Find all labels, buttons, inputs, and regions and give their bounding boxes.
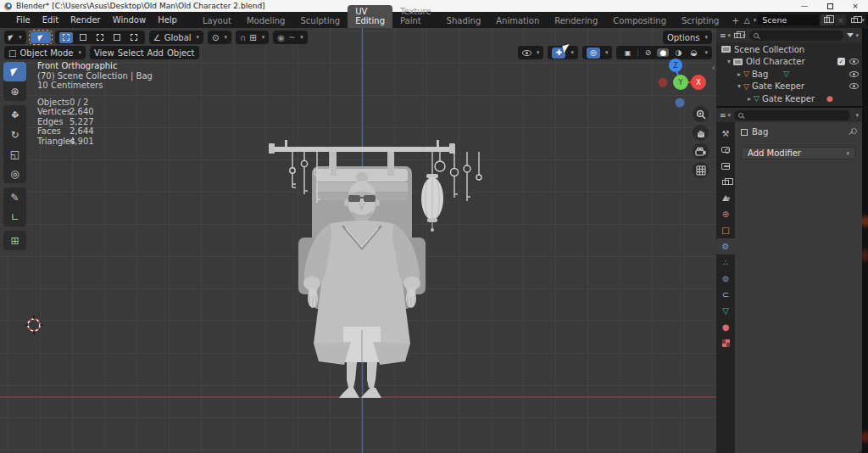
character-model: [269, 140, 481, 398]
sidebar-toggle[interactable]: ‹: [712, 62, 715, 73]
tab-sculpting[interactable]: Sculpting: [292, 14, 348, 28]
disclosure-closed-icon[interactable]: ▸: [735, 70, 743, 78]
menu-help[interactable]: Help: [152, 12, 183, 28]
tool-measure[interactable]: ∟: [3, 207, 26, 226]
shading-wireframe-button[interactable]: ⊘: [642, 48, 654, 57]
outliner-search-input[interactable]: [749, 31, 844, 41]
tab-render[interactable]: [716, 142, 735, 158]
tab-view-layer[interactable]: [716, 174, 735, 190]
outliner: ≡▾ ▾ ▾ Scene Collection ▾ Old Character …: [716, 28, 862, 106]
properties-search-input[interactable]: [734, 110, 850, 120]
options-dropdown[interactable]: Options ▾: [663, 31, 712, 44]
select-mode-intersect[interactable]: [127, 32, 141, 43]
tab-object-data[interactable]: ▽: [716, 303, 735, 319]
tab-world[interactable]: ⊕: [716, 206, 735, 222]
menu-render[interactable]: Render: [64, 12, 107, 28]
hide-toggle[interactable]: [849, 83, 859, 89]
tab-animation[interactable]: Animation: [488, 14, 547, 28]
disclosure-open-icon[interactable]: ▾: [735, 82, 743, 90]
properties-options-dropdown[interactable]: ▾: [855, 112, 859, 119]
proportional-editing-controls[interactable]: ◉ ~ ▾: [273, 31, 308, 44]
camera-view-button[interactable]: [693, 143, 709, 159]
tab-output[interactable]: [716, 158, 735, 174]
add-modifier-dropdown[interactable]: Add Modifier ▾: [741, 147, 856, 159]
tool-add-cube[interactable]: ⊞: [3, 231, 26, 250]
transform-orientation-dropdown[interactable]: ∠ Global ▾: [149, 31, 203, 44]
close-button[interactable]: ×: [843, 0, 868, 12]
outliner-filter-id-dropdown[interactable]: ▾: [734, 32, 746, 39]
zoom-button[interactable]: [693, 106, 709, 122]
tool-select-box[interactable]: ◤: [3, 62, 26, 81]
outliner-row-gate-keeper[interactable]: ▾ ▽ Gate Keeper: [716, 81, 862, 93]
outliner-row-scene-collection[interactable]: Scene Collection: [716, 43, 862, 56]
mode-dropdown[interactable]: □ Object Mode ▾: [4, 46, 86, 59]
menu-object[interactable]: Object: [167, 48, 195, 58]
search-icon: [754, 33, 759, 38]
tool-transform[interactable]: ◎: [3, 164, 26, 183]
xray-toggle[interactable]: ▣: [620, 48, 634, 59]
tab-modifiers[interactable]: ⚙: [716, 238, 735, 254]
overlays-toggle[interactable]: ◎ ▾: [582, 46, 613, 59]
hide-toggle[interactable]: [849, 71, 859, 77]
tab-constraints[interactable]: ⊂: [716, 287, 735, 303]
outliner-row-bag[interactable]: ▸ ▽ Bag ▽: [716, 68, 862, 81]
outliner-row-old-character[interactable]: ▾ Old Character ✓: [716, 56, 862, 69]
tab-texture[interactable]: [716, 335, 735, 351]
minimize-button[interactable]: —: [792, 0, 817, 12]
pin-icon[interactable]: [848, 128, 856, 137]
pan-button[interactable]: [693, 125, 709, 141]
select-mode-extend[interactable]: [76, 32, 90, 43]
tab-tool[interactable]: ⚒: [716, 126, 735, 142]
tab-scripting[interactable]: Scripting: [674, 14, 726, 28]
outliner-filter-dropdown[interactable]: ▾: [847, 32, 859, 39]
hide-toggle[interactable]: [849, 59, 859, 64]
tab-object[interactable]: □: [716, 222, 735, 238]
select-mode-invert[interactable]: [110, 32, 124, 43]
disclosure-closed-icon[interactable]: ▸: [745, 95, 754, 103]
select-mode-new[interactable]: [59, 32, 73, 43]
tab-uv-editing[interactable]: UV Editing: [348, 5, 392, 28]
active-tool-dropdown[interactable]: ◤ ▾: [4, 31, 26, 44]
tab-material[interactable]: ●: [716, 319, 735, 335]
orthographic-toggle-button[interactable]: [693, 162, 709, 178]
tool-cursor[interactable]: ⊕: [3, 81, 26, 101]
menu-file[interactable]: File: [10, 12, 36, 28]
tab-texture-paint[interactable]: Texture Paint: [392, 5, 439, 28]
outliner-display-mode-dropdown[interactable]: ≡▾: [720, 31, 731, 40]
select-mode-subtract[interactable]: [93, 32, 107, 43]
tab-rendering[interactable]: Rendering: [547, 14, 605, 28]
menu-view[interactable]: View: [94, 48, 114, 58]
chevron-down-icon[interactable]: ▾: [754, 17, 757, 24]
tab-scene[interactable]: [716, 190, 735, 206]
select-box-tool-button[interactable]: ◤: [31, 31, 51, 43]
properties-editor-type-dropdown[interactable]: ≡▾: [720, 111, 731, 120]
add-workspace-button[interactable]: +: [726, 14, 743, 28]
maximize-button[interactable]: [817, 0, 843, 12]
tool-scale[interactable]: ◱: [3, 144, 26, 164]
outliner-row-gate-keeper-data[interactable]: ▸ ▽ Gate Keeper ●: [716, 92, 862, 105]
menu-add[interactable]: Add: [147, 48, 164, 58]
tool-move[interactable]: ↔↕: [3, 105, 26, 125]
object-visibility-dropdown[interactable]: ▾: [518, 46, 544, 59]
row-label: Old Character: [746, 57, 805, 66]
unlink-scene-button[interactable]: ×: [835, 14, 846, 25]
tab-physics[interactable]: ⊚: [716, 271, 735, 287]
scene-name-field[interactable]: Scene: [758, 14, 819, 25]
menu-select[interactable]: Select: [118, 48, 144, 58]
menu-edit[interactable]: Edit: [36, 12, 64, 28]
tab-modeling[interactable]: Modeling: [239, 14, 293, 28]
new-scene-button[interactable]: [821, 14, 833, 25]
collection-checkbox[interactable]: ✓: [837, 58, 845, 65]
menu-window[interactable]: Window: [107, 12, 152, 28]
pivot-point-dropdown[interactable]: ⊙ ▾: [208, 31, 231, 44]
tool-annotate[interactable]: ✎: [3, 187, 26, 207]
tab-particles[interactable]: ∴: [716, 254, 735, 271]
tab-shading[interactable]: Shading: [439, 14, 489, 28]
3d-viewport[interactable]: ◤ ▾ ◤ ∠ Global ▾: [0, 28, 716, 453]
tab-layout[interactable]: Layout: [195, 14, 239, 28]
add-modifier-label: Add Modifier: [748, 148, 801, 158]
tab-compositing[interactable]: Compositing: [605, 14, 674, 28]
disclosure-open-icon[interactable]: ▾: [725, 58, 733, 65]
snap-controls[interactable]: ∩ ⊞ ▾: [236, 31, 269, 44]
tool-rotate[interactable]: ↻: [3, 125, 26, 144]
